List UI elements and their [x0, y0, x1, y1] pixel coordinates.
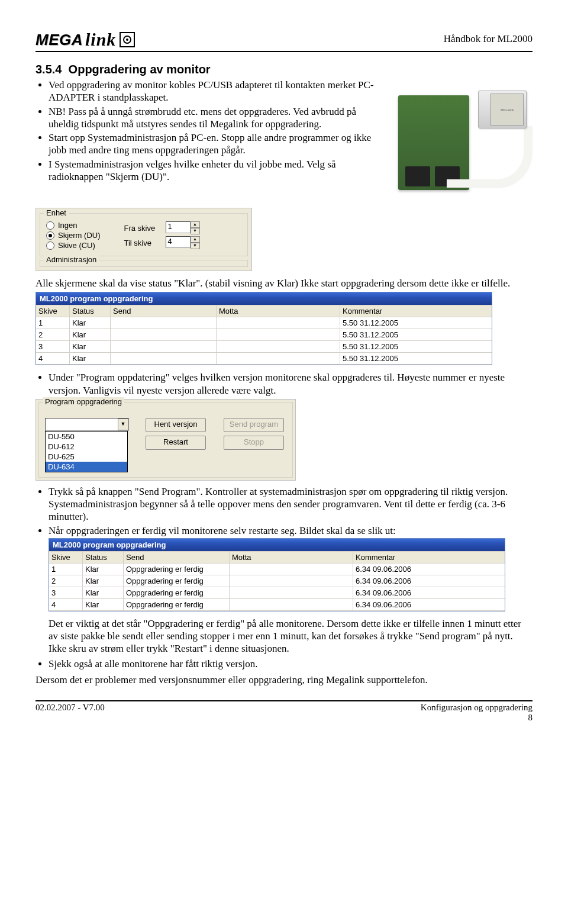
page-number: 8 [421, 713, 532, 723]
list-item: NB! Pass på å unngå strømbrudd etc. mens… [49, 105, 388, 131]
hardware-photo: MEGAlink [393, 79, 532, 203]
cell [217, 329, 340, 340]
footer-version: 02.02.2007 - V7.00 [36, 703, 105, 723]
cell [111, 317, 217, 329]
fra-skive-label: Fra skive [124, 224, 161, 233]
spin-up-icon[interactable]: ▲ [191, 236, 200, 243]
col-head: Kommentar [340, 305, 492, 317]
col-head: Skive [49, 552, 83, 563]
window-title: ML2000 program oppgradering [49, 539, 505, 551]
cell: 3 [49, 587, 83, 598]
intro-bullets: Ved oppgradering av monitor kobles PC/US… [36, 79, 388, 183]
table-header: Skive Status Send Motta Kommentar [49, 551, 505, 564]
combo-option-selected[interactable]: DU-634 [46, 462, 127, 472]
cell: 5.50 31.12.2005 [340, 317, 492, 329]
combo-option[interactable]: DU-612 [46, 442, 127, 452]
cell: Klar [70, 341, 111, 352]
para-closing: Dersom det er problemer med versjonsnumm… [36, 674, 532, 686]
col-head: Motta [230, 552, 353, 563]
radio-label: Skive (CU) [58, 241, 95, 250]
fra-skive-input[interactable]: 1 [166, 221, 191, 233]
col-head: Status [70, 305, 111, 317]
table-header: Skive Status Send Motta Kommentar [36, 305, 492, 317]
stopp-button[interactable]: Stopp [224, 436, 284, 450]
col-head: Kommentar [353, 552, 505, 563]
groupbox-title-prog: Program oppgradering [43, 397, 124, 406]
list-item: Sjekk også at alle monitorene har fått r… [49, 658, 532, 670]
cell: Klar [83, 587, 124, 598]
col-head: Motta [217, 305, 340, 317]
combo-option[interactable]: DU-550 [46, 432, 127, 442]
cell [217, 317, 340, 329]
spin-down-icon[interactable]: ▼ [191, 228, 200, 234]
enhet-panel: Enhet Ingen Skjerm (DU) Skive (CU) [36, 208, 252, 271]
cell: 3 [36, 341, 70, 352]
cell: 5.50 31.12.2005 [340, 341, 492, 352]
table-row: 3Klar5.50 31.12.2005 [36, 341, 492, 353]
cell: 2 [36, 329, 70, 340]
table-row: 1Klar5.50 31.12.2005 [36, 317, 492, 329]
para-ferdig: Det er viktig at det står "Oppgradering … [49, 617, 532, 655]
cell [111, 341, 217, 352]
hent-versjon-button[interactable]: Hent versjon [146, 418, 206, 432]
cell: 6.34 09.06.2006 [353, 575, 505, 587]
program-upgrade-panel: Program oppgradering ▼ DU-550 DU-612 DU-… [36, 399, 296, 481]
combo-option[interactable]: DU-625 [46, 452, 127, 462]
cell [230, 564, 353, 575]
radio-skjerm-du[interactable] [46, 231, 54, 240]
table-row: 1KlarOppgradering er ferdig6.34 09.06.20… [49, 564, 505, 575]
list-item: I Systemadministrasjon velges hvilke enh… [49, 158, 388, 183]
logo-text-mega: MEGA [36, 31, 83, 49]
restart-button[interactable]: Restart [146, 436, 206, 450]
doc-title: Håndbok for ML2000 [444, 33, 532, 45]
page-footer: 02.02.2007 - V7.00 Konfigurasjon og oppg… [36, 700, 532, 723]
version-combo[interactable]: ▼ DU-550 DU-612 DU-625 DU-634 [45, 418, 128, 472]
col-head: Send [111, 305, 217, 317]
list-item: Start opp Systemadministrasjon på PC-en.… [49, 131, 388, 157]
upgrade-window-done: ML2000 program oppgradering Skive Status… [49, 538, 505, 611]
table-row: 2Klar5.50 31.12.2005 [36, 329, 492, 341]
cell: 4 [36, 353, 70, 364]
para-klar: Alle skjermene skal da vise status "Klar… [36, 277, 532, 289]
list-item: Under "Program oppdatering" velges hvilk… [49, 371, 532, 397]
cell [217, 341, 340, 352]
col-head: Status [83, 552, 124, 563]
cell [230, 575, 353, 587]
logo-text-link: link [85, 30, 116, 50]
cell: Klar [83, 599, 124, 610]
cell: Oppgradering er ferdig [124, 587, 230, 598]
table-row: 2KlarOppgradering er ferdig6.34 09.06.20… [49, 575, 505, 587]
spin-down-icon[interactable]: ▼ [191, 243, 200, 249]
radio-label: Ingen [58, 221, 78, 230]
footer-section: Konfigurasjon og oppgradering [421, 703, 532, 713]
chevron-down-icon[interactable]: ▼ [118, 418, 128, 430]
cell: 2 [49, 575, 83, 587]
radio-skive-cu[interactable] [46, 242, 54, 250]
cell [111, 353, 217, 364]
til-skive-label: Til skive [124, 239, 161, 247]
cell: 5.50 31.12.2005 [340, 329, 492, 340]
cell: Klar [70, 329, 111, 340]
spin-up-icon[interactable]: ▲ [191, 221, 200, 228]
combo-dropdown: DU-550 DU-612 DU-625 DU-634 [45, 431, 128, 472]
send-program-button[interactable]: Send program [224, 418, 284, 432]
cell: Klar [70, 317, 111, 329]
cell [230, 587, 353, 598]
section-heading: 3.5.4 Oppgradering av monitor [36, 63, 532, 76]
cell: 5.50 31.12.2005 [340, 353, 492, 364]
cell: 6.34 09.06.2006 [353, 599, 505, 610]
radio-ingen[interactable] [46, 221, 54, 230]
cell [230, 599, 353, 610]
cell: Klar [83, 564, 124, 575]
table-row: 4KlarOppgradering er ferdig6.34 09.06.20… [49, 599, 505, 611]
list-item: Når oppgraderingen er ferdig vil monitor… [49, 524, 532, 537]
col-head: Send [124, 552, 230, 563]
til-skive-input[interactable]: 4 [166, 236, 191, 248]
cell: 1 [49, 564, 83, 575]
upgrade-window-klar: ML2000 program oppgradering Skive Status… [36, 292, 492, 365]
col-head: Skive [36, 305, 70, 317]
radio-label: Skjerm (DU) [58, 231, 101, 240]
cell: Klar [70, 353, 111, 364]
cell: Oppgradering er ferdig [124, 575, 230, 587]
cell: 6.34 09.06.2006 [353, 587, 505, 598]
